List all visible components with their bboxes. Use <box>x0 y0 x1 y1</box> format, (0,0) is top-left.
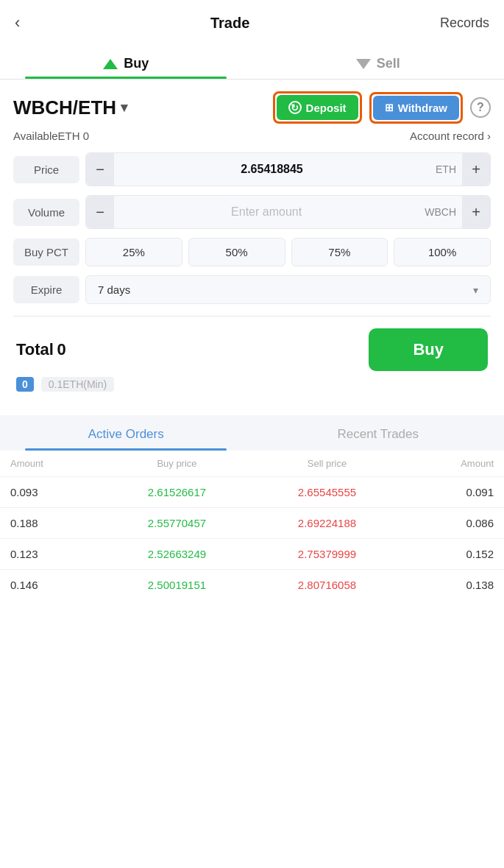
tab-buy[interactable]: Buy <box>0 46 252 79</box>
help-button[interactable]: ? <box>470 97 491 118</box>
available-text: AvailableETH 0 <box>13 130 89 142</box>
cell-sell-price: 2.75379999 <box>252 539 402 570</box>
cell-buy-price: 2.55770457 <box>102 508 252 539</box>
col-header-sell-price: Sell price <box>252 451 402 477</box>
min-row: 0 0.1ETH(Min) <box>13 377 491 392</box>
col-header-buy-price: Buy price <box>102 451 252 477</box>
available-row: AvailableETH 0 Account record › <box>13 130 491 142</box>
cell-amount-buy: 0.123 <box>0 539 102 570</box>
volume-label: Volume <box>13 199 79 226</box>
buy-pct-row: Buy PCT 25% 50% 75% 100% <box>13 238 491 267</box>
pair-chevron-icon: ▾ <box>121 99 127 116</box>
cell-amount-buy: 0.146 <box>0 570 102 601</box>
expire-select[interactable]: 7 days ▾ <box>85 275 491 304</box>
expire-value: 7 days <box>98 283 130 296</box>
price-input[interactable] <box>114 163 430 176</box>
total-value: 0 <box>57 340 65 359</box>
withdraw-icon: ⊞ <box>385 102 394 113</box>
cell-amount-sell: 0.086 <box>402 508 504 539</box>
tab-sell-label: Sell <box>377 56 400 71</box>
cell-buy-price: 2.61526617 <box>102 477 252 508</box>
table-row: 0.188 2.55770457 2.69224188 0.086 <box>0 508 504 539</box>
expire-row: Expire 7 days ▾ <box>13 275 491 304</box>
orders-section: Active Orders Recent Trades Amount Buy p… <box>0 415 504 600</box>
orders-tabs: Active Orders Recent Trades <box>0 415 504 451</box>
deposit-icon: ↻ <box>288 101 302 114</box>
withdraw-button-wrap: ⊞ Withdraw <box>369 92 463 124</box>
volume-controls: − WBCH + <box>85 195 491 229</box>
cell-amount-sell: 0.091 <box>402 477 504 508</box>
pair-row: WBCH/ETH ▾ ↻ Deposit ⊞ Withdraw ? <box>13 91 491 124</box>
table-header-row: Amount Buy price Sell price Amount <box>0 451 504 477</box>
volume-row: Volume − WBCH + <box>13 195 491 229</box>
cell-amount-buy: 0.093 <box>0 477 102 508</box>
min-badge: 0 <box>16 377 34 392</box>
table-row: 0.146 2.50019151 2.80716058 0.138 <box>0 570 504 601</box>
buy-pct-label: Buy PCT <box>13 239 79 266</box>
total-section: Total 0 <box>16 340 66 359</box>
volume-currency: WBCH <box>419 206 462 218</box>
cell-buy-price: 2.50019151 <box>102 570 252 601</box>
buy-main-button[interactable]: Buy <box>369 328 488 371</box>
cell-sell-price: 2.69224188 <box>252 508 402 539</box>
cell-buy-price: 2.52663249 <box>102 539 252 570</box>
col-header-amount-buy: Amount <box>0 451 102 477</box>
pct-buttons: 25% 50% 75% 100% <box>85 238 491 267</box>
table-row: 0.093 2.61526617 2.65545555 0.091 <box>0 477 504 508</box>
back-button[interactable]: ‹ <box>15 13 20 32</box>
page-title: Trade <box>210 15 249 32</box>
pair-actions: ↻ Deposit ⊞ Withdraw ? <box>273 91 491 124</box>
expire-label: Expire <box>13 276 79 303</box>
deposit-button-wrap: ↻ Deposit <box>273 91 362 124</box>
tab-active-orders[interactable]: Active Orders <box>0 415 252 451</box>
min-text: 0.1ETH(Min) <box>41 377 114 392</box>
tab-recent-trades[interactable]: Recent Trades <box>252 415 505 451</box>
total-row: Total 0 Buy <box>13 328 491 371</box>
volume-input[interactable] <box>114 205 419 219</box>
trade-form: WBCH/ETH ▾ ↻ Deposit ⊞ Withdraw ? Availa… <box>0 80 504 415</box>
cell-sell-price: 2.80716058 <box>252 570 402 601</box>
cell-amount-sell: 0.152 <box>402 539 504 570</box>
trade-tabs: Buy Sell <box>0 46 504 80</box>
pair-name[interactable]: WBCH/ETH ▾ <box>13 96 127 119</box>
price-row: Price − ETH + <box>13 152 491 186</box>
records-link[interactable]: Records <box>440 15 489 31</box>
tab-buy-label: Buy <box>124 56 149 71</box>
tab-sell[interactable]: Sell <box>252 46 505 79</box>
pct-50-button[interactable]: 50% <box>188 238 285 267</box>
col-header-amount-sell: Amount <box>402 451 504 477</box>
total-label: Total <box>16 340 54 359</box>
price-label: Price <box>13 156 79 183</box>
account-record-link[interactable]: Account record › <box>410 130 491 142</box>
header: ‹ Trade Records <box>0 0 504 46</box>
cell-amount-sell: 0.138 <box>402 570 504 601</box>
volume-decrease-button[interactable]: − <box>86 196 114 228</box>
buy-arrow-icon <box>103 59 118 69</box>
expire-chevron-icon: ▾ <box>473 284 478 296</box>
price-controls: − ETH + <box>85 152 491 186</box>
pct-100-button[interactable]: 100% <box>394 238 491 267</box>
price-decrease-button[interactable]: − <box>86 153 114 186</box>
divider <box>13 316 491 317</box>
cell-amount-buy: 0.188 <box>0 508 102 539</box>
pct-75-button[interactable]: 75% <box>291 238 388 267</box>
sell-arrow-icon <box>356 59 371 69</box>
table-row: 0.123 2.52663249 2.75379999 0.152 <box>0 539 504 570</box>
orders-table: Amount Buy price Sell price Amount 0.093… <box>0 451 504 600</box>
cell-sell-price: 2.65545555 <box>252 477 402 508</box>
pct-25-button[interactable]: 25% <box>85 238 182 267</box>
deposit-button[interactable]: ↻ Deposit <box>277 95 358 120</box>
volume-increase-button[interactable]: + <box>462 196 490 228</box>
withdraw-button[interactable]: ⊞ Withdraw <box>373 96 459 120</box>
price-increase-button[interactable]: + <box>462 153 490 186</box>
price-currency: ETH <box>430 163 462 175</box>
